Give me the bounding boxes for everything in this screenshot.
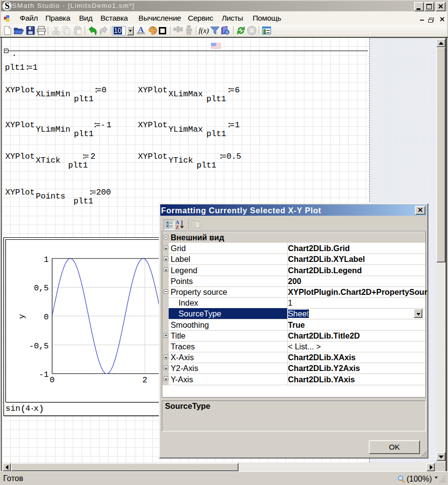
svg-text:+: + [166, 221, 168, 225]
svg-text:+: + [166, 225, 168, 228]
